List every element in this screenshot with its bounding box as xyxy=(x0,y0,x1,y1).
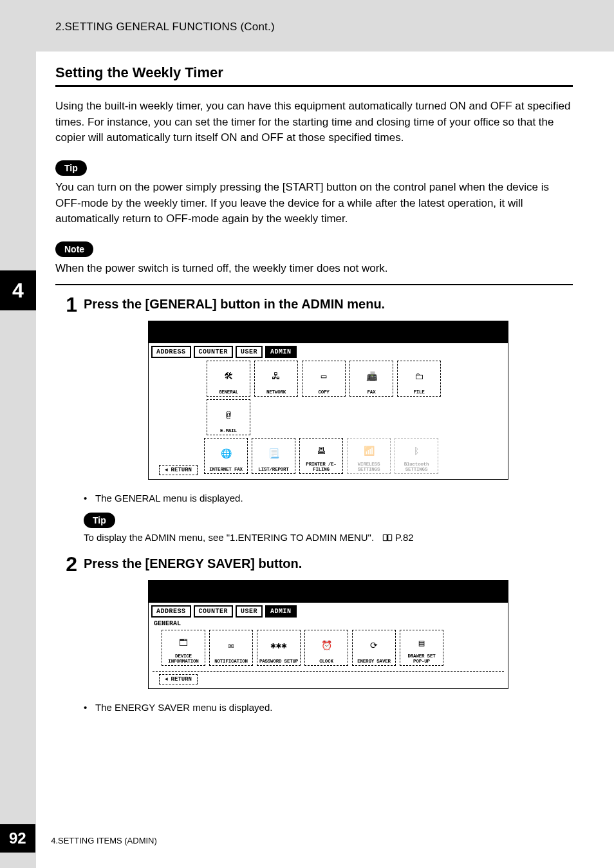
file-icon: 🗀 xyxy=(414,372,423,382)
lcd-tabs: ADDRESS COUNTER USER ADMIN xyxy=(149,603,508,618)
btn-network[interactable]: 🖧NETWORK xyxy=(254,361,298,397)
btn-bluetooth[interactable]: ᛒBluetooth SETTINGS xyxy=(395,438,438,474)
btn-printer-efiling[interactable]: 🖶PRINTER /E-FILING xyxy=(299,438,343,474)
divider-rule xyxy=(55,284,573,285)
tab-admin[interactable]: ADMIN xyxy=(265,605,297,618)
network-icon: 🖧 xyxy=(272,372,281,382)
content-area: Setting the Weekly Timer Using the built… xyxy=(55,64,573,722)
general-icon: 🛠 xyxy=(224,372,233,382)
btn-password[interactable]: ✱✱✱PASSWORD SETUP xyxy=(257,630,301,666)
lcd-grid-row2: 🌐INTERNET FAX 📃LIST/REPORT 🖶PRINTER /E-F… xyxy=(204,438,508,479)
lcd-titlebar xyxy=(149,321,508,343)
tip-label: Tip xyxy=(55,160,87,176)
book-icon xyxy=(382,533,393,543)
ifax-icon: 🌐 xyxy=(221,448,232,459)
btn-list-report[interactable]: 📃LIST/REPORT xyxy=(252,438,295,474)
tab-admin[interactable]: ADMIN xyxy=(265,346,297,358)
footer-text: 4.SETTING ITEMS (ADMIN) xyxy=(51,836,157,845)
fax-icon: 📠 xyxy=(366,371,377,382)
tab-address[interactable]: ADDRESS xyxy=(151,346,191,358)
header-breadcrumb: 2.SETTING GENERAL FUNCTIONS (Cont.) xyxy=(55,21,275,33)
btn-energy-saver[interactable]: ⟳ENERGY SAVER xyxy=(352,630,396,666)
btn-general[interactable]: 🛠GENERAL xyxy=(207,361,250,397)
note-text: When the power switch is turned off, the… xyxy=(55,261,573,277)
tab-address[interactable]: ADDRESS xyxy=(151,605,191,618)
btn-internet-fax[interactable]: 🌐INTERNET FAX xyxy=(204,438,248,474)
clock-icon: ⏰ xyxy=(321,640,332,651)
btn-notification[interactable]: ✉NOTIFICATION xyxy=(209,630,253,666)
lcd-titlebar xyxy=(149,581,508,603)
step1-page-ref: P.82 xyxy=(395,532,414,543)
lcd-screenshot-1: ADDRESS COUNTER USER ADMIN 🛠GENERAL 🖧NET… xyxy=(148,321,508,480)
tab-counter[interactable]: COUNTER xyxy=(194,605,234,618)
btn-drawer-popup[interactable]: ▤DRAWER SET POP-UP xyxy=(400,630,443,666)
copy-icon: ▭ xyxy=(321,371,326,382)
page-footer: 92 4.SETTING ITEMS (ADMIN) xyxy=(0,824,614,853)
btn-file[interactable]: 🗀FILE xyxy=(397,361,441,397)
step-number: 1 xyxy=(55,294,84,486)
bluetooth-icon: ᛒ xyxy=(414,446,419,457)
btn-email[interactable]: @E-MAIL xyxy=(207,399,250,435)
section-title: Setting the Weekly Timer xyxy=(55,64,573,81)
energy-icon: ⟳ xyxy=(370,640,378,651)
btn-copy[interactable]: ▭COPY xyxy=(302,361,346,397)
step1-tip-label: Tip xyxy=(84,513,115,528)
lcd-grid-row1: 🛠GENERAL 🖧NETWORK ▭COPY 📠FAX 🗀FILE @E-MA… xyxy=(149,358,508,438)
section-intro: Using the built-in weekly timer, you can… xyxy=(55,99,573,146)
btn-device-info[interactable]: 🗔DEVICE INFORMATION xyxy=(162,630,205,666)
tab-counter[interactable]: COUNTER xyxy=(194,346,234,358)
list-icon: 📃 xyxy=(268,448,279,459)
step-1: 1 Press the [GENERAL] button in the ADMI… xyxy=(55,294,573,486)
tab-user[interactable]: USER xyxy=(236,346,263,358)
email-icon: @ xyxy=(226,410,231,420)
btn-fax[interactable]: 📠FAX xyxy=(349,361,393,397)
wireless-icon: 📶 xyxy=(364,446,375,457)
return-button[interactable]: RETURN xyxy=(159,465,198,475)
drawer-icon: ▤ xyxy=(419,637,424,648)
step-heading: Press the [ENERGY SAVER] button. xyxy=(84,556,573,571)
chapter-tab: 4 xyxy=(0,270,36,310)
notify-icon: ✉ xyxy=(228,640,234,651)
note-label: Note xyxy=(55,241,93,257)
lcd-screenshot-2: ADDRESS COUNTER USER ADMIN GENERAL 🗔DEVI… xyxy=(148,580,508,689)
step1-tip-text: To display the ADMIN menu, see "1.ENTERI… xyxy=(84,532,573,543)
return-button[interactable]: RETURN xyxy=(159,674,198,684)
step1-tip-body: To display the ADMIN menu, see "1.ENTERI… xyxy=(84,532,374,543)
step-number: 2 xyxy=(55,554,84,695)
step1-bullet: •The GENERAL menu is displayed. xyxy=(84,493,573,504)
tip-text: You can turn on the power simply pressin… xyxy=(55,180,573,227)
lcd-breadcrumb: GENERAL xyxy=(149,618,508,627)
step1-bullet-text: The GENERAL menu is displayed. xyxy=(95,493,243,504)
page-number: 92 xyxy=(0,824,35,853)
btn-wireless[interactable]: 📶WIRELESS SETTINGS xyxy=(347,438,391,474)
device-icon: 🗔 xyxy=(179,638,188,648)
lcd-tabs: ADDRESS COUNTER USER ADMIN xyxy=(149,343,508,358)
btn-clock[interactable]: ⏰CLOCK xyxy=(304,630,348,666)
printer-icon: 🖶 xyxy=(317,446,326,457)
lcd-grid: 🗔DEVICE INFORMATION ✉NOTIFICATION ✱✱✱PAS… xyxy=(149,627,508,670)
step2-bullet-text: The ENERGY SAVER menu is displayed. xyxy=(95,702,272,713)
section-rule xyxy=(55,85,573,87)
step2-bullet: •The ENERGY SAVER menu is displayed. xyxy=(84,702,573,713)
password-icon: ✱✱✱ xyxy=(270,640,286,651)
step-2: 2 Press the [ENERGY SAVER] button. ADDRE… xyxy=(55,554,573,695)
page-left-band xyxy=(0,0,36,868)
step-heading: Press the [GENERAL] button in the ADMIN … xyxy=(84,297,573,312)
tab-user[interactable]: USER xyxy=(236,605,263,618)
